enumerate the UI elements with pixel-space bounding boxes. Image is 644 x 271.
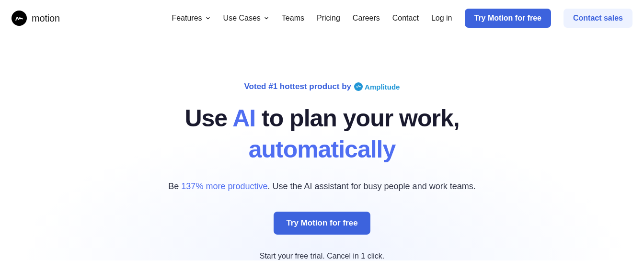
nav-try-button[interactable]: Try Motion for free — [465, 9, 551, 28]
hero-subhead: Be 137% more productive. Use the AI assi… — [0, 181, 644, 192]
nav-careers[interactable]: Careers — [353, 14, 380, 23]
amplitude-badge: Amplitude — [354, 82, 400, 91]
subhead-post: . Use the AI assistant for busy people a… — [267, 181, 475, 191]
nav-teams-label: Teams — [282, 14, 304, 23]
nav-pricing[interactable]: Pricing — [317, 14, 340, 23]
nav-use-cases[interactable]: Use Cases — [223, 14, 269, 23]
nav-contact[interactable]: Contact — [392, 14, 419, 23]
nav-features[interactable]: Features — [172, 14, 210, 23]
headline-accent-auto: automatically — [249, 136, 396, 163]
brand-logo-icon — [12, 11, 27, 26]
headline-accent-ai: AI — [232, 105, 255, 132]
brand-name: motion — [32, 13, 60, 24]
trial-note: Start your free trial. Cancel in 1 click… — [0, 252, 644, 260]
nav-careers-label: Careers — [353, 14, 380, 23]
nav-contact-label: Contact — [392, 14, 419, 23]
hero-cta-button[interactable]: Try Motion for free — [274, 212, 370, 235]
headline-mid: to plan your work, — [255, 105, 459, 132]
nav-use-cases-label: Use Cases — [223, 14, 261, 23]
brand-logo[interactable]: motion — [12, 11, 60, 26]
amplitude-icon — [354, 82, 363, 91]
subhead-accent: 137% more productive — [181, 181, 267, 191]
hero-headline: Use AI to plan your work, automatically — [0, 103, 644, 165]
nav-contact-sales-button[interactable]: Contact sales — [564, 9, 632, 28]
nav-teams[interactable]: Teams — [282, 14, 304, 23]
headline-pre: Use — [184, 105, 232, 132]
amplitude-label: Amplitude — [365, 83, 400, 91]
site-header: motion Features Use Cases Teams Pricing … — [0, 0, 644, 36]
hero-section: Voted #1 hottest product by Amplitude Us… — [0, 36, 644, 260]
nav-login[interactable]: Log in — [431, 14, 452, 23]
nav-login-label: Log in — [431, 14, 452, 23]
nav-features-label: Features — [172, 14, 202, 23]
hero-cta-wrap: Try Motion for free — [0, 212, 644, 235]
nav-pricing-label: Pricing — [317, 14, 340, 23]
subhead-pre: Be — [168, 181, 181, 191]
award-badge-text: Voted #1 hottest product by — [244, 82, 352, 91]
award-badge: Voted #1 hottest product by Amplitude — [0, 82, 644, 91]
chevron-down-icon — [205, 15, 211, 21]
main-nav: Features Use Cases Teams Pricing Careers… — [172, 9, 632, 28]
chevron-down-icon — [264, 15, 269, 21]
